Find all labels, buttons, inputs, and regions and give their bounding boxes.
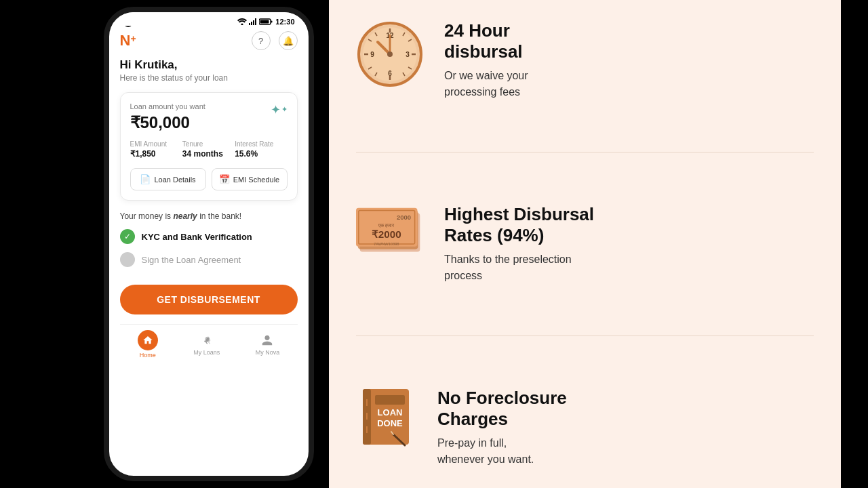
feature-disbursal-rates: 2000 एक हजार ₹2000 7AWNW10398 Highest Di…	[356, 204, 814, 284]
greeting: Hi Krutika,	[120, 58, 298, 72]
loan-details-row: EMI Amount ₹1,850 Tenure 34 months Inter…	[130, 140, 288, 159]
svg-rect-4	[255, 18, 256, 25]
left-black-bar	[0, 0, 88, 488]
feature-24hour: 12 3 6 9	[356, 20, 814, 100]
svg-text:7AWNW10398: 7AWNW10398	[374, 242, 399, 246]
loan-card: Loan amount you want ₹50,000 ✦✦ EMI Amou…	[120, 92, 298, 201]
kyc-status-item: ✓ KYC and Bank Verification	[120, 229, 298, 244]
clock-illustration: 12 3 6 9	[356, 20, 424, 88]
bell-icon-btn[interactable]: 🔔	[279, 31, 298, 50]
phone-section: 12:30 N+ ? 🔔 Hi Krutika, Here is the sta…	[88, 0, 329, 488]
loan-details-btn[interactable]: 📄 Loan Details	[130, 168, 206, 190]
signal-icon	[249, 18, 257, 25]
nav-home[interactable]: Home	[138, 330, 158, 359]
feature-disbursal-title: Highest Disbursal Rates (94%)	[444, 204, 814, 246]
svg-point-0	[241, 24, 243, 26]
tenure-detail: Tenure 34 months	[182, 140, 235, 159]
svg-text:LOAN: LOAN	[378, 407, 403, 418]
feature-foreclosure-title: No Foreclosure Charges	[437, 388, 814, 430]
feature-foreclosure-text: No Foreclosure Charges Pre-pay in full, …	[437, 388, 814, 468]
features-section: 12 3 6 9	[329, 0, 841, 488]
emi-schedule-btn[interactable]: 📅 EMI Schedule	[212, 168, 288, 190]
kyc-label: KYC and Bank Verification	[142, 232, 252, 242]
agreement-label: Sign the Loan Agreement	[142, 255, 241, 265]
agreement-check-icon	[120, 252, 135, 267]
status-section: Your money is nearly in the bank! ✓ KYC …	[120, 211, 298, 275]
app-header: N+ ? 🔔	[120, 26, 298, 58]
emi-label: EMI Amount	[130, 140, 182, 148]
home-icon-bg	[138, 330, 158, 350]
home-icon	[142, 335, 153, 346]
kyc-check-icon: ✓	[120, 229, 135, 244]
calendar-icon: 📅	[219, 174, 230, 184]
help-icon-btn[interactable]: ?	[252, 31, 271, 50]
svg-text:DONE: DONE	[377, 418, 403, 428]
wifi-icon	[237, 18, 247, 25]
svg-text:6: 6	[388, 70, 392, 77]
banknote-illustration: 2000 एक हजार ₹2000 7AWNW10398	[356, 204, 424, 258]
status-time: 12:30	[275, 18, 294, 26]
signal-icons	[237, 18, 273, 25]
feature-foreclosure: LOAN DONE No Foreclosure Charges Pre-pay…	[356, 388, 814, 468]
profile-icon	[260, 333, 275, 348]
document-icon: 📄	[140, 174, 151, 184]
feature-24hour-title: 24 Hour disbursal	[444, 20, 814, 62]
svg-rect-6	[271, 21, 273, 23]
phone-frame: 12:30 N+ ? 🔔 Hi Krutika, Here is the sta…	[104, 7, 314, 481]
greeting-sub: Here is the status of your loan	[120, 73, 298, 83]
feature-24hour-desc: Or we waive your processing fees	[444, 68, 814, 100]
app-logo: N+	[120, 32, 136, 49]
svg-text:एक हजार: एक हजार	[378, 223, 395, 228]
svg-rect-3	[253, 20, 254, 25]
divider-2	[356, 336, 814, 336]
emi-detail: EMI Amount ₹1,850	[130, 140, 182, 159]
tenure-value: 34 months	[182, 149, 235, 159]
nav-my-loans[interactable]: My Loans	[193, 333, 220, 356]
right-black-bar	[841, 0, 868, 488]
tenure-label: Tenure	[182, 140, 235, 148]
svg-text:3: 3	[406, 51, 410, 58]
loan-amount-section: Loan amount you want ₹50,000	[130, 102, 205, 132]
phone-status-bar: 12:30	[109, 12, 309, 26]
loan-card-header: Loan amount you want ₹50,000 ✦✦	[130, 102, 288, 132]
emi-value: ₹1,850	[130, 149, 182, 159]
header-icons: ? 🔔	[252, 31, 298, 50]
nav-my-nova[interactable]: My Nova	[256, 333, 280, 356]
feature-disbursal-desc: Thanks to the preselection process	[444, 251, 814, 284]
loan-label: Loan amount you want	[130, 102, 205, 110]
svg-rect-2	[251, 22, 252, 25]
svg-text:9: 9	[370, 51, 374, 58]
feature-disbursal-text: Highest Disbursal Rates (94%) Thanks to …	[444, 204, 814, 284]
book-svg: LOAN DONE	[356, 386, 417, 450]
loan-amount: ₹50,000	[130, 113, 205, 132]
svg-rect-7	[260, 20, 269, 24]
status-text: Your money is nearly in the bank!	[120, 211, 298, 221]
svg-rect-1	[249, 23, 250, 25]
svg-text:₹2000: ₹2000	[372, 228, 401, 239]
bottom-nav: Home My Loans	[120, 324, 298, 367]
book-illustration: LOAN DONE	[356, 388, 417, 449]
loan-actions: 📄 Loan Details 📅 EMI Schedule	[130, 168, 288, 190]
phone-content: N+ ? 🔔 Hi Krutika, Here is the status of…	[109, 26, 309, 476]
battery-icon	[259, 18, 273, 25]
banknote-svg: 2000 एक हजार ₹2000 7AWNW10398	[356, 204, 424, 258]
rate-label: Interest Rate	[235, 140, 287, 148]
sparkle-icon: ✦✦	[271, 102, 288, 117]
divider-1	[356, 152, 814, 152]
svg-text:2000: 2000	[397, 214, 411, 221]
disbursement-button[interactable]: GET DISBURSEMENT	[120, 285, 298, 314]
svg-rect-39	[375, 395, 405, 405]
svg-point-28	[387, 52, 393, 57]
loan-agreement-status-item: Sign the Loan Agreement	[120, 252, 298, 267]
rate-value: 15.6%	[235, 149, 287, 159]
feature-24hour-text: 24 Hour disbursal Or we waive your proce…	[444, 20, 814, 100]
rupee-icon	[199, 333, 214, 348]
rate-detail: Interest Rate 15.6%	[235, 140, 287, 159]
clock-svg: 12 3 6 9	[356, 20, 424, 88]
feature-foreclosure-desc: Pre-pay in full, whenever you want.	[437, 435, 814, 468]
